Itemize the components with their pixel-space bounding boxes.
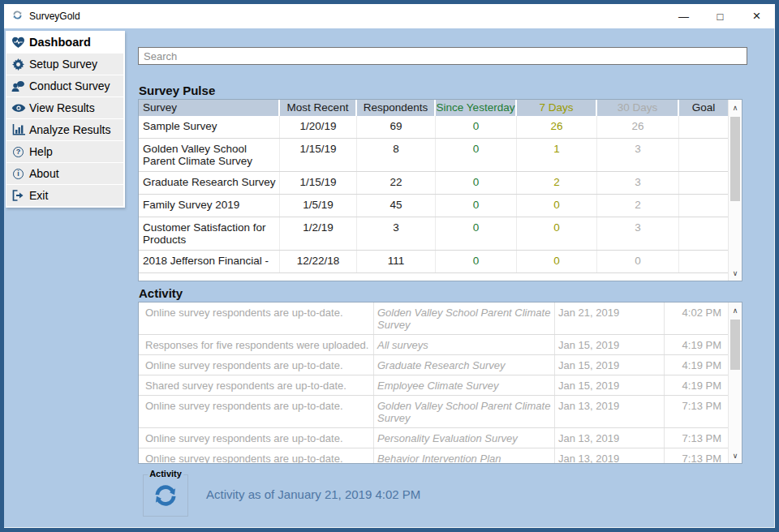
- cell-time: 4:02 PM: [665, 302, 728, 334]
- cell-7-days: 1: [517, 139, 597, 171]
- sidebar-item-label: Help: [29, 145, 53, 158]
- cell-most-recent: 1/15/19: [280, 139, 357, 171]
- sidebar-item-label: About: [29, 167, 59, 180]
- cell-survey-name: All surveys: [374, 335, 555, 354]
- scroll-up-icon[interactable]: ∧: [729, 101, 742, 114]
- sidebar-item-conduct-survey[interactable]: Conduct Survey: [6, 75, 123, 97]
- sidebar-item-dashboard[interactable]: Dashboard: [6, 32, 123, 53]
- column-header[interactable]: Most Recent: [280, 100, 357, 116]
- cell-description: Shared survey respondents are up-to-date…: [139, 375, 374, 395]
- survey-row[interactable]: 2018 Jefferson Financial -12/22/18111000: [139, 251, 728, 273]
- question-circle-icon: ?: [10, 147, 27, 157]
- activity-scrollbar[interactable]: ∧ ∨: [728, 302, 742, 463]
- search-input[interactable]: [138, 47, 747, 65]
- exit-icon: [10, 190, 27, 201]
- heart-pulse-icon: [10, 36, 27, 49]
- sidebar-item-setup-survey[interactable]: Setup Survey: [6, 54, 123, 75]
- sidebar-item-label: Dashboard: [29, 36, 91, 49]
- activity-row[interactable]: Shared survey respondents are up-to-date…: [139, 375, 728, 396]
- cell-respondents: 22: [357, 172, 436, 194]
- activity-row[interactable]: Online survey respondents are up-to-date…: [139, 355, 728, 375]
- cell-survey-name: Graduate Research Survey: [374, 355, 555, 375]
- minimize-button[interactable]: —: [665, 4, 702, 28]
- survey-pulse-scrollbar[interactable]: ∧ ∨: [728, 100, 742, 281]
- cell-description: Online survey respondents are up-to-date…: [139, 302, 374, 334]
- cell-time: 7:13 PM: [665, 396, 728, 427]
- cell-respondents: 8: [357, 139, 436, 171]
- activity-row[interactable]: Online survey respondents are up-to-date…: [139, 428, 728, 448]
- activity-refresh-button[interactable]: Activity: [143, 474, 188, 517]
- cell-survey: Sample Survey: [139, 116, 280, 138]
- sidebar-item-label: View Results: [29, 101, 95, 114]
- column-header[interactable]: Respondents: [357, 100, 436, 116]
- activity-row[interactable]: Online survey respondents are up-to-date…: [139, 396, 728, 428]
- content-area: Dashboard Setup Survey Conduct Survey Vi…: [4, 28, 775, 528]
- cell-30-days: 2: [597, 195, 679, 217]
- cell-since-yesterday: 0: [436, 139, 517, 171]
- window-controls: — □ ×: [665, 4, 775, 28]
- cell-survey: Graduate Research Survey: [139, 172, 280, 194]
- sidebar-item-help[interactable]: ? Help: [6, 141, 123, 162]
- sidebar-item-label: Setup Survey: [29, 58, 97, 71]
- cell-respondents: 111: [357, 251, 436, 272]
- cell-30-days: 3: [597, 172, 679, 194]
- cell-survey-name: Golden Valley School Parent Climate Surv…: [374, 302, 555, 334]
- scroll-thumb[interactable]: [730, 117, 740, 201]
- scroll-down-icon[interactable]: ∨: [729, 266, 742, 280]
- survey-row[interactable]: Customer Satisfaction for Products1/2/19…: [139, 217, 728, 251]
- cell-survey-name: Golden Valley School Parent Climate Surv…: [374, 396, 555, 427]
- column-header[interactable]: Survey: [139, 100, 280, 116]
- main-panel: Survey Pulse SurveyMost RecentRespondent…: [138, 28, 747, 528]
- cell-7-days: 0: [517, 217, 597, 250]
- column-header[interactable]: Goal: [679, 100, 728, 116]
- cell-respondents: 69: [357, 116, 436, 138]
- maximize-button[interactable]: □: [702, 4, 738, 28]
- cell-since-yesterday: 0: [436, 195, 517, 217]
- survey-pulse-header-row: SurveyMost RecentRespondentsSince Yester…: [139, 100, 728, 116]
- activity-row[interactable]: Online survey respondents are up-to-date…: [139, 302, 728, 335]
- sidebar-item-about[interactable]: i About: [6, 163, 123, 184]
- scroll-thumb[interactable]: [730, 320, 740, 370]
- cell-7-days: 0: [517, 195, 597, 217]
- cell-most-recent: 1/2/19: [280, 217, 357, 250]
- column-header[interactable]: 30 Days: [597, 100, 679, 116]
- column-header[interactable]: Since Yesterday: [436, 100, 517, 116]
- cell-goal: [679, 172, 728, 194]
- cell-most-recent: 1/15/19: [280, 172, 357, 194]
- cell-description: Online survey respondents are up-to-date…: [139, 428, 374, 448]
- refresh-icon: [151, 483, 180, 508]
- close-button[interactable]: ×: [738, 4, 775, 28]
- activity-row[interactable]: Online survey respondents are up-to-date…: [139, 448, 728, 463]
- bar-chart-icon: [10, 124, 27, 135]
- minimize-icon: —: [678, 11, 689, 23]
- cell-time: 4:19 PM: [665, 355, 728, 375]
- activity-title: Activity: [139, 286, 183, 300]
- gear-icon: [10, 58, 27, 71]
- survey-row[interactable]: Sample Survey1/20/196902626: [139, 116, 728, 139]
- cell-time: 7:13 PM: [665, 428, 728, 448]
- sidebar-item-view-results[interactable]: View Results: [6, 97, 123, 118]
- scroll-up-icon[interactable]: ∧: [729, 303, 742, 317]
- sidebar-item-analyze-results[interactable]: Analyze Results: [6, 119, 123, 140]
- cell-date: Jan 13, 2019: [555, 428, 665, 448]
- column-header[interactable]: 7 Days: [517, 100, 597, 116]
- activity-grid: Online survey respondents are up-to-date…: [139, 302, 728, 463]
- survey-pulse-grid: SurveyMost RecentRespondentsSince Yester…: [139, 100, 728, 281]
- cell-30-days: 0: [597, 251, 679, 272]
- survey-row[interactable]: Family Survey 20191/5/1945002: [139, 195, 728, 217]
- activity-status: Activity as of January 21, 2019 4:02 PM: [206, 487, 420, 501]
- cell-survey: Customer Satisfaction for Products: [139, 217, 280, 250]
- sidebar-item-exit[interactable]: Exit: [6, 185, 123, 206]
- maximize-icon: □: [717, 11, 724, 23]
- cell-description: Online survey respondents are up-to-date…: [139, 396, 374, 427]
- cell-survey: Golden Valley School Parent Climate Surv…: [139, 139, 280, 171]
- cell-since-yesterday: 0: [436, 217, 517, 250]
- survey-row[interactable]: Graduate Research Survey1/15/1922023: [139, 172, 728, 195]
- cell-description: Responses for five respondents were uplo…: [139, 335, 374, 354]
- survey-row[interactable]: Golden Valley School Parent Climate Surv…: [139, 139, 728, 172]
- activity-table: Online survey respondents are up-to-date…: [138, 302, 742, 464]
- scroll-down-icon[interactable]: ∨: [729, 448, 742, 462]
- cell-time: 4:19 PM: [665, 335, 728, 354]
- survey-pulse-title: Survey Pulse: [139, 84, 215, 97]
- activity-row[interactable]: Responses for five respondents were uplo…: [139, 335, 728, 355]
